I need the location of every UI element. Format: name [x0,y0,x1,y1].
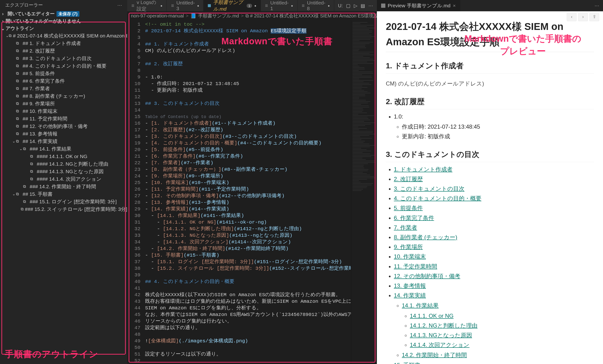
heading-icon: ⧉ [16,40,21,47]
tab-label: Untitled-3 [176,0,195,11]
heading-icon: ⧉ [30,168,35,175]
toc-link[interactable]: 11. 予定作業時間 [394,263,437,270]
breadcrumb-segment[interactable]: 手順書サンプル.md [198,13,239,19]
toc-item: 8. 副作業者 (チェッカー) [394,233,594,242]
toc-link[interactable]: 14. 作業実績 [394,292,426,298]
toc-link[interactable]: 12. その他制約事項・備考 [394,273,460,279]
preview-title: 2021-07-14 株式会社XXXXX様 SIEM on Amazon ES環… [386,19,594,52]
code-editor[interactable]: 1234567891011121314151617181920212223242… [127,20,377,364]
outline-item[interactable]: ⧉## 12. その他制約事項・備考 [0,122,127,130]
breadcrumb-segment[interactable]: 📘 [190,13,196,19]
toc-item: 5. 前提条件 [394,204,594,212]
editor-tab[interactable]: 手順書サンプル.md1● [204,0,261,11]
outline-item[interactable]: ⧉## 8. 副作業者 (チェッカー) [0,92,127,100]
toc-link[interactable]: 2. 改訂履歴 [394,176,423,182]
preview-rev-list: 1.0: 作成日時: 2021-07-12 13:48:45 更新内容: 初版作… [386,112,594,141]
toc-link[interactable]: 15. 手順書 [394,362,420,364]
outline-item[interactable]: ⧉## 4. このドキュメントの目的・概要 [0,62,127,70]
editor-tab[interactable]: ≡Untitled-3● [167,0,204,11]
editor-action-icon[interactable]: ▢ [346,3,350,9]
preview-prev-icon[interactable]: ‹ [567,13,577,21]
outline-item[interactable]: ⌄⧉### 14.1. 作業結果 [0,145,127,153]
outline-item[interactable]: ⧉## 1. ドキュメント作成者 [0,40,127,47]
outline-item[interactable]: ⧉## 11. 予定作業時間 [0,115,127,122]
close-icon[interactable]: × [453,3,456,9]
toc-link[interactable]: 1. ドキュメント作成者 [394,166,452,173]
outline-item[interactable]: ⧉## 9. 作業場所 [0,100,127,107]
outline-item[interactable]: ⧉## 3. このドキュメントの目次 [0,55,127,62]
code-lines[interactable]: <!-- omit in toc --># 2021-07-14 株式会社XXX… [144,20,351,364]
preview-next-icon[interactable]: › [578,13,588,21]
outline-item[interactable]: ⧉## 13. 参考情報 [0,130,127,138]
explorer-title-label: エクスプローラー [5,2,43,8]
outline-item[interactable]: ⧉## 2. 改訂履歴 [0,47,127,55]
outline-item[interactable]: ⧉## 7. 作業者 [0,85,127,92]
outline-item[interactable]: ⧉#### 14.1.1. OK or NG [0,153,127,160]
editor-action-icon[interactable]: U: [338,3,343,9]
outline-section[interactable]: ⌄ アウトライン [0,25,127,32]
breadcrumb-segment[interactable]: non-97-operation-manual [131,13,184,19]
more-icon[interactable]: ⋯ [594,3,599,9]
outline-item[interactable]: ⧉### 15.2. スイッチロール [想定作業時間: 3分] [0,205,127,213]
preview-h2-author: 1. ドキュメント作成者 [386,60,594,73]
outline-item-label: ## 2. 改訂履歴 [23,47,55,54]
outline-item[interactable]: ⧉## 6. 作業完了条件 [0,77,127,85]
breadcrumb-segment[interactable]: ⧉ # 2021-07-14 株式会社XXXXX様 SIEM on Amazon… [245,13,377,19]
outline-item[interactable]: ⌄⧉## 15. 手順書 [0,190,127,198]
file-icon [208,3,211,8]
heading-icon: ⧉ [16,93,21,100]
outline-item[interactable]: ⧉#### 14.1.4. 次回アクション [0,175,127,183]
outline-item[interactable]: ⌄⧉# 2021-07-14 株式会社XXXXX様 SIEM on Amazon… [0,32,127,40]
minimap[interactable] [351,20,377,364]
outline-item[interactable]: ⧉## 5. 前提条件 [0,70,127,77]
open-editors-section[interactable]: › 開いているエディター 未保存 (7) [0,10,127,17]
outline-item-label: ## 14. 作業実績 [23,138,58,145]
heading-icon: ⧉ [16,55,21,62]
toc-link[interactable]: 14.1.2. NGと判断した理由 [410,322,477,329]
outline-item[interactable]: ⌄⧉## 14. 作業実績 [0,138,127,145]
no-folder-section[interactable]: › 開いているフォルダーがありません [0,17,127,25]
editor-tab[interactable]: ≡Untitled-8● [298,0,334,11]
heading-icon: ⧉ [16,85,21,92]
toc-link[interactable]: 13. 参考情報 [394,282,426,289]
outline-item[interactable]: ⧉#### 14.1.3. NGとなった原因 [0,168,127,175]
toc-link[interactable]: 14.1.3. NGとなった原因 [410,332,472,338]
toc-link[interactable]: 3. このドキュメントの目次 [394,185,464,192]
outline-item[interactable]: ⧉#### 14.1.2. NGと判断した理由 [0,160,127,168]
editor-action-icon[interactable]: ▷ [354,3,357,9]
preview-toolbar: ‹ › ⇪ [567,13,599,21]
toc-link[interactable]: 10. 作業端末 [394,253,426,260]
toc-link[interactable]: 8. 副作業者 (チェッカー) [394,234,457,240]
more-icon[interactable]: ⋯ [117,2,122,8]
toc-link[interactable]: 14.1.1. OK or NG [410,313,453,319]
outline-item[interactable]: ⧉### 15.1. ログイン [想定作業時間: 3分] [0,198,127,205]
outline-item-label: # 2021-07-14 株式会社XXXXX様 SIEM on Amazon E… [13,32,127,39]
toc-link[interactable]: 5. 前提条件 [394,205,423,211]
toc-item: 13. 参考情報 [394,281,594,290]
chevron-down-icon: ⌄ [11,191,16,198]
toc-link[interactable]: 4. このドキュメントの目的・概要 [394,195,481,201]
editor-action-icon[interactable]: ▤ [361,3,365,9]
outline-item-label: ## 6. 作業完了条件 [23,78,65,85]
toc-link[interactable]: 14.1. 作業結果 [402,302,439,309]
editor-tab[interactable]: ≡v Logsの設定● [127,0,167,11]
outline-item[interactable]: ⧉### 14.2. 作業開始・終了時間 [0,183,127,190]
toc-link[interactable]: 14.1.4. 次回アクション [410,342,469,348]
editor-tab[interactable]: ≡Untitled-1● [261,0,298,11]
toc-item: 10. 作業端末 [394,252,594,261]
editor-action-icon[interactable]: ⋯ [368,3,373,9]
toc-link[interactable]: 14.2. 作業開始・終了時間 [402,352,467,358]
outline-item[interactable]: ⧉## 10. 作業端末 [0,107,127,115]
toc-item: 14. 作業実績14.1. 作業結果14.1.1. OK or NG14.1.2… [394,291,594,359]
preview-body[interactable]: ‹ › ⇪ 2021-07-14 株式会社XXXXX様 SIEM on Amaz… [377,11,603,364]
toc-link[interactable]: 7. 作業者 [394,224,417,231]
chevron-down-icon: ⌄ [11,138,16,145]
toc-item: 14.1.2. NGと判断した理由 [410,321,594,330]
breadcrumb-segment: > [186,13,189,19]
outline-item-label: ## 12. その他制約事項・備考 [23,123,88,130]
toc-link[interactable]: 6. 作業完了条件 [394,215,434,221]
preview-tab[interactable]: Preview 手順書サンプル.md × [377,0,460,11]
breadcrumbs[interactable]: non-97-operation-manual>📘手順書サンプル.md>⧉ # … [127,11,377,20]
toc-link[interactable]: 9. 作業場所 [394,244,423,250]
preview-export-icon[interactable]: ⇪ [589,13,599,21]
